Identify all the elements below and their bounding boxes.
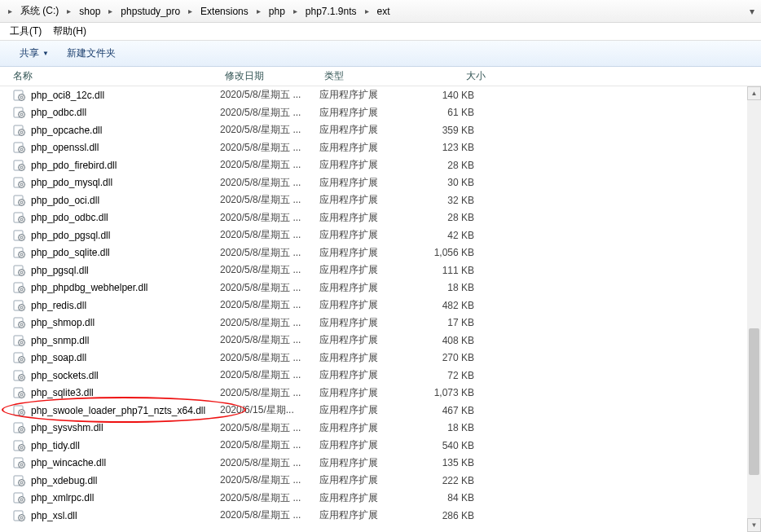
table-row[interactable]: php_soap.dll2020/5/8/星期五 ...应用程序扩展270 KB [0,350,761,367]
file-date: 2020/5/8/星期五 ... [220,88,319,102]
table-row[interactable]: php_sqlite3.dll2020/5/8/星期五 ...应用程序扩展1,0… [0,385,761,402]
dll-file-icon [13,211,26,224]
column-header: 名称 修改日期 类型 大小 [0,67,761,86]
table-row[interactable]: php_phpdbg_webhelper.dll2020/5/8/星期五 ...… [0,279,761,297]
file-name: php_opcache.dll [31,125,102,136]
file-name: php_openssl.dll [31,142,99,153]
breadcrumb-segment[interactable]: ext [372,6,395,17]
vertical-scrollbar[interactable]: ▲ ▼ [747,86,761,532]
dll-file-icon [13,334,26,347]
table-row[interactable]: php_oci8_12c.dll2020/5/8/星期五 ...应用程序扩展14… [0,86,761,104]
table-row[interactable]: php_sockets.dll2020/5/8/星期五 ...应用程序扩展72 … [0,367,761,385]
dll-file-icon [13,124,26,137]
table-row[interactable]: php_xmlrpc.dll2020/5/8/星期五 ...应用程序扩展84 K… [0,490,761,508]
menu-help[interactable]: 帮助(H) [53,24,86,38]
scroll-thumb[interactable] [749,328,759,475]
table-row[interactable]: php_pdo_sqlite.dll2020/5/8/星期五 ...应用程序扩展… [0,244,761,262]
dll-file-icon [13,141,26,154]
file-name-cell: php_swoole_loader_php71_nzts_x64.dll [13,404,220,417]
file-name-cell: php_sysvshm.dll [13,421,220,434]
file-type: 应用程序扩展 [319,88,416,102]
dll-file-icon [13,176,26,189]
file-size: 467 KB [416,405,487,416]
file-name: php_pdo_firebird.dll [31,160,117,171]
file-name-cell: php_openssl.dll [13,141,220,154]
table-row[interactable]: php_pgsql.dll2020/5/8/星期五 ...应用程序扩展111 K… [0,262,761,279]
column-size[interactable]: 大小 [420,69,492,83]
address-dropdown[interactable]: ▾ [743,6,761,17]
table-row[interactable]: php_wincache.dll2020/5/8/星期五 ...应用程序扩展13… [0,455,761,473]
svg-point-26 [20,236,23,239]
breadcrumb-segment[interactable]: php7.1.9nts [301,6,362,17]
chevron-right-icon[interactable]: ▸ [5,7,15,15]
chevron-right-icon[interactable]: ▸ [64,7,74,15]
breadcrumb-label: phpstudy_pro [117,6,183,17]
table-row[interactable]: php_xdebug.dll2020/5/8/星期五 ...应用程序扩展222 … [0,472,761,490]
file-type: 应用程序扩展 [319,106,416,120]
file-size: 30 KB [416,177,487,188]
chevron-right-icon[interactable]: ▸ [362,7,372,15]
table-row[interactable]: php_sysvshm.dll2020/5/8/星期五 ...应用程序扩展18 … [0,420,761,437]
file-type: 应用程序扩展 [319,298,416,312]
table-row[interactable]: php_openssl.dll2020/5/8/星期五 ...应用程序扩展123… [0,139,761,157]
chevron-right-icon[interactable]: ▸ [253,7,264,15]
table-row[interactable]: php_snmp.dll2020/5/8/星期五 ...应用程序扩展408 KB [0,332,761,350]
menu-tools[interactable]: 工具(T) [10,24,42,38]
chevron-right-icon[interactable]: ▸ [105,7,116,15]
breadcrumb: ▸系统 (C:)▸shop▸phpstudy_pro▸Extensions▸ph… [5,4,395,18]
table-row[interactable]: php_pdo_oci.dll2020/5/8/星期五 ...应用程序扩展32 … [0,191,761,209]
scroll-up-button[interactable]: ▲ [747,86,761,100]
column-type[interactable]: 类型 [324,69,420,83]
svg-point-53 [20,394,23,396]
file-type: 应用程序扩展 [319,228,416,242]
breadcrumb-label: shop [76,6,103,17]
dll-file-icon [13,159,26,172]
share-button[interactable]: 共享 ▼ [13,43,55,64]
chevron-right-icon[interactable]: ▸ [290,7,301,15]
table-row[interactable]: php_odbc.dll2020/5/8/星期五 ...应用程序扩展61 KB [0,104,761,122]
table-row[interactable]: php_pdo_pgsql.dll2020/5/8/星期五 ...应用程序扩展4… [0,226,761,244]
file-type: 应用程序扩展 [319,351,416,365]
breadcrumb-segment[interactable]: phpstudy_pro [116,6,185,17]
scroll-down-button[interactable]: ▼ [747,518,761,532]
file-date: 2020/6/15/星期... [220,403,319,417]
table-row[interactable]: php_redis.dll2020/5/8/星期五 ...应用程序扩展482 K… [0,297,761,314]
column-name[interactable]: 名称 [13,69,225,83]
table-row[interactable]: php_pdo_mysql.dll2020/5/8/星期五 ...应用程序扩展3… [0,174,761,192]
new-folder-button[interactable]: 新建文件夹 [60,43,122,64]
file-type: 应用程序扩展 [319,281,416,295]
table-row[interactable]: php_xsl.dll2020/5/8/星期五 ...应用程序扩展286 KB [0,507,761,525]
breadcrumb-segment[interactable]: Extensions [196,6,253,17]
table-row[interactable]: php_shmop.dll2020/5/8/星期五 ...应用程序扩展17 KB [0,314,761,332]
breadcrumb-segment[interactable]: 系统 (C:) [15,4,64,18]
file-size: 286 KB [416,510,487,521]
table-row[interactable]: php_pdo_odbc.dll2020/5/8/星期五 ...应用程序扩展28… [0,209,761,227]
file-name: php_phpdbg_webhelper.dll [31,282,147,293]
file-name-cell: php_xdebug.dll [13,474,220,487]
file-name-cell: php_wincache.dll [13,456,220,469]
breadcrumb-segment[interactable]: php [264,6,290,17]
breadcrumb-segment[interactable]: shop [74,6,105,17]
dll-file-icon [13,404,26,417]
chevron-right-icon[interactable]: ▸ [185,7,196,15]
file-name: php_soap.dll [31,352,86,363]
table-row[interactable]: php_swoole_loader_php71_nzts_x64.dll2020… [0,402,761,420]
table-row[interactable]: php_pdo_firebird.dll2020/5/8/星期五 ...应用程序… [0,156,761,174]
table-row[interactable]: php_tidy.dll2020/5/8/星期五 ...应用程序扩展540 KB [0,437,761,455]
file-name-cell: php_opcache.dll [13,124,220,137]
column-date[interactable]: 修改日期 [225,69,324,83]
file-name-cell: php_phpdbg_webhelper.dll [13,281,220,294]
svg-point-62 [20,446,23,449]
file-name: php_pdo_oci.dll [31,195,99,206]
file-size: 28 KB [416,160,487,171]
dll-file-icon [13,351,26,364]
dll-file-icon [13,421,26,434]
file-name: php_swoole_loader_php71_nzts_x64.dll [31,405,205,416]
scroll-track[interactable] [747,100,761,518]
file-name-cell: php_oci8_12c.dll [13,89,220,102]
file-name-cell: php_pdo_odbc.dll [13,211,220,224]
svg-point-47 [20,358,23,361]
file-type: 应用程序扩展 [319,158,416,172]
dll-file-icon [13,369,26,382]
table-row[interactable]: php_opcache.dll2020/5/8/星期五 ...应用程序扩展359… [0,121,761,139]
